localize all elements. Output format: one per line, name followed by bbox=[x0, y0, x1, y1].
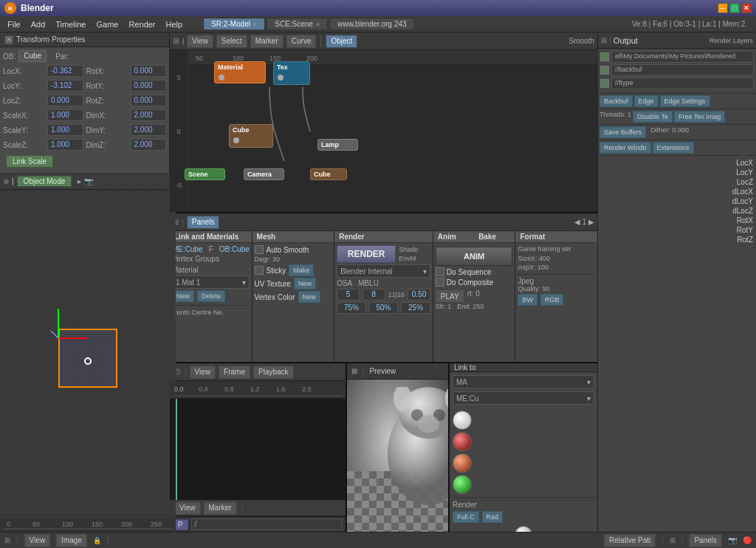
locy-value[interactable]: -3.102 bbox=[47, 80, 83, 92]
free-tex-button[interactable]: Free Tex Imag bbox=[674, 111, 725, 123]
tab-scene[interactable]: SCE:Scene × bbox=[267, 18, 328, 30]
delete-material-button[interactable]: Delete bbox=[197, 290, 225, 302]
pct1[interactable]: 75% bbox=[337, 302, 366, 314]
path3-checkbox[interactable] bbox=[600, 79, 609, 88]
backbuf-button[interactable]: Backbuf bbox=[599, 95, 633, 107]
rotz-value[interactable]: 0.000 bbox=[131, 95, 167, 106]
ob-value[interactable]: Cube bbox=[18, 50, 47, 62]
panels-button[interactable]: Panels bbox=[187, 216, 220, 229]
menu-render[interactable]: Render bbox=[124, 18, 159, 30]
edge-button[interactable]: Edge bbox=[634, 95, 659, 107]
tab-scene-close[interactable]: × bbox=[316, 21, 320, 28]
node-curve-button[interactable]: Curve bbox=[286, 35, 317, 48]
menu-file[interactable]: File bbox=[3, 18, 25, 30]
mat1-dropdown[interactable]: 1 Mat 1 ▾ bbox=[172, 275, 250, 289]
res-y[interactable]: 8 bbox=[362, 289, 385, 301]
render-button[interactable]: RENDER bbox=[337, 245, 396, 263]
view-button-tl2[interactable]: View bbox=[174, 501, 201, 515]
maximize-button[interactable]: □ bbox=[729, 3, 740, 13]
play-button[interactable]: PLAY bbox=[436, 290, 464, 303]
locz-value[interactable]: 0.000 bbox=[47, 95, 83, 106]
node-select-button[interactable]: Select bbox=[216, 35, 247, 48]
transform-close-btn[interactable]: × bbox=[4, 35, 13, 44]
mat-ball-white[interactable] bbox=[453, 411, 472, 430]
cube2-node[interactable]: Cube bbox=[310, 168, 347, 180]
disable-te-button[interactable]: Disable Te bbox=[633, 111, 673, 123]
node-view-button[interactable]: View bbox=[187, 35, 213, 48]
path1-field[interactable]: ell\My Documents\My Pictures\Rendered bbox=[611, 51, 754, 63]
uv-new-button[interactable]: New bbox=[294, 278, 316, 290]
res-x[interactable]: 5 bbox=[337, 289, 360, 301]
link-scale-button[interactable]: Link Scale bbox=[6, 155, 53, 168]
auto-smooth-checkbox[interactable] bbox=[255, 245, 264, 254]
sticky-checkbox[interactable] bbox=[255, 266, 264, 275]
scene-node[interactable]: Scene bbox=[185, 168, 225, 180]
mat-ball-green[interactable] bbox=[453, 475, 472, 494]
timeline-content[interactable] bbox=[170, 399, 346, 500]
menu-help[interactable]: Help bbox=[162, 18, 188, 30]
path3-field[interactable]: //ftype bbox=[611, 78, 754, 89]
tab-web[interactable]: www.blender.org 243 bbox=[329, 18, 414, 30]
scalez-value[interactable]: 1.000 bbox=[47, 139, 83, 151]
dimy-value[interactable]: 2.000 bbox=[131, 124, 167, 136]
scaley-value[interactable]: 1.000 bbox=[47, 124, 83, 136]
minimize-button[interactable]: ─ bbox=[718, 3, 728, 13]
cube-node[interactable]: Cube bbox=[229, 124, 273, 148]
mat-ball-red[interactable] bbox=[453, 432, 472, 451]
camera-node[interactable]: Camera bbox=[244, 168, 284, 180]
link-to-dropdown[interactable]: MA ▾ bbox=[453, 375, 594, 388]
node-marker-button[interactable]: Marker bbox=[250, 35, 284, 48]
roty-value[interactable]: 0.000 bbox=[131, 80, 167, 92]
path2-checkbox[interactable] bbox=[600, 66, 609, 75]
vc-new-button[interactable]: New bbox=[298, 291, 320, 303]
material-node[interactable]: Material bbox=[214, 61, 266, 83]
tab-model-close[interactable]: × bbox=[253, 21, 257, 28]
path1-checkbox[interactable] bbox=[600, 52, 609, 61]
marker-button-tl[interactable]: Marker bbox=[204, 501, 237, 515]
anim-button[interactable]: ANIM bbox=[436, 247, 513, 266]
rotx-value[interactable]: 0.000 bbox=[131, 65, 167, 77]
quality[interactable]: 0.50 bbox=[408, 289, 430, 301]
rad-button[interactable]: Rad bbox=[482, 511, 504, 523]
menu-game[interactable]: Game bbox=[92, 18, 123, 30]
node-canvas[interactable]: 5 0 -5 50 100 150 200 bbox=[170, 50, 597, 212]
playback-button[interactable]: Playback bbox=[253, 366, 294, 379]
object-mode-button[interactable]: Object Mode bbox=[17, 176, 72, 187]
me-cu-dropdown[interactable]: ME:Cu ▾ bbox=[453, 391, 594, 405]
frame-button[interactable]: Frame bbox=[219, 366, 250, 379]
mat-ball-orange[interactable] bbox=[453, 453, 472, 473]
view-button-status[interactable]: View bbox=[24, 534, 51, 547]
image-button-status[interactable]: Image bbox=[56, 534, 87, 547]
relative-path-button[interactable]: Relative Pati bbox=[604, 534, 656, 547]
lamp-node[interactable]: Lamp bbox=[317, 139, 358, 151]
edge-settings-button[interactable]: Edge Settings bbox=[660, 95, 710, 107]
locx-value[interactable]: -0.362 bbox=[47, 65, 83, 77]
renderer-dropdown[interactable]: Blender Internal ▾ bbox=[337, 264, 430, 278]
node-object-button[interactable]: Object bbox=[326, 35, 357, 48]
view-button-timeline[interactable]: View bbox=[190, 366, 216, 379]
close-button[interactable]: ✕ bbox=[741, 3, 752, 13]
pct2[interactable]: 50% bbox=[369, 302, 399, 314]
render-windo-button[interactable]: Render Windo bbox=[599, 142, 651, 154]
dimz-value[interactable]: 2.000 bbox=[131, 139, 167, 151]
make-button[interactable]: Make bbox=[289, 264, 314, 276]
save-buffers-button[interactable]: Save Buffers bbox=[599, 126, 646, 138]
extensions-button[interactable]: Extensions bbox=[653, 142, 694, 154]
menu-timeline[interactable]: Timeline bbox=[51, 18, 90, 30]
path2-field[interactable]: //backbuf bbox=[611, 64, 754, 76]
rgb-button[interactable]: RGB bbox=[540, 294, 564, 306]
path-field[interactable]: / bbox=[191, 518, 343, 530]
do-composite-checkbox[interactable] bbox=[436, 278, 444, 287]
texture-node[interactable]: Tex bbox=[273, 61, 310, 85]
me-row: ME:Cube F OB:Cube bbox=[172, 245, 250, 253]
pct3[interactable]: 25% bbox=[401, 302, 430, 314]
panels-button-status[interactable]: Panels bbox=[689, 534, 722, 547]
full-c-button[interactable]: Full C bbox=[453, 511, 479, 523]
bw-button[interactable]: BW bbox=[518, 294, 537, 306]
menu-add[interactable]: Add bbox=[27, 18, 50, 30]
do-sequence-checkbox[interactable] bbox=[436, 267, 444, 276]
threads-row: Threads: 1 Disable Te Free Tex Imag bbox=[598, 109, 756, 125]
scalex-value[interactable]: 1.000 bbox=[47, 109, 83, 121]
tab-model[interactable]: SR:2-Model × bbox=[203, 18, 265, 30]
dimx-value[interactable]: 2.000 bbox=[131, 109, 167, 121]
